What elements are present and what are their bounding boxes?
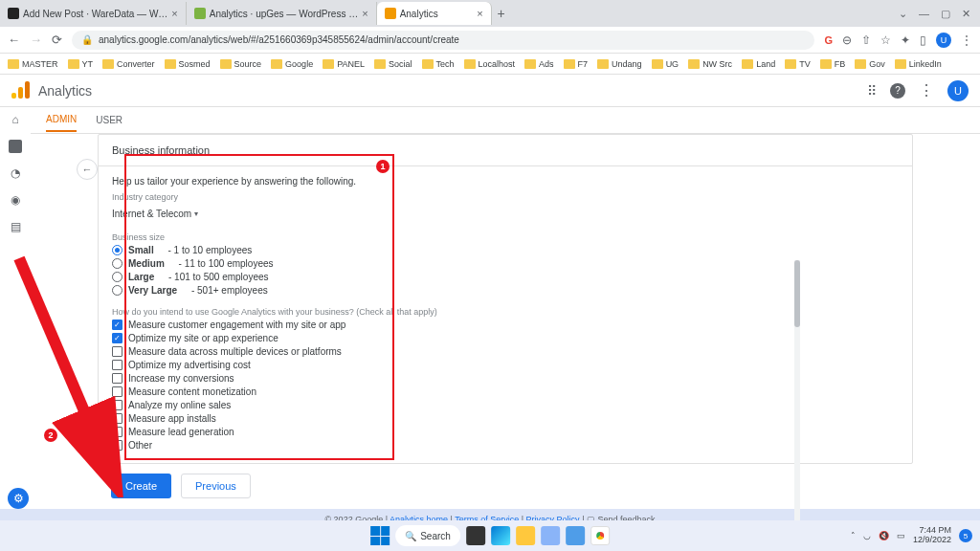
menu-icon[interactable]: ⋮ — [961, 33, 972, 47]
edge-icon[interactable] — [491, 526, 510, 545]
checkbox-icon[interactable] — [112, 427, 122, 437]
checkbox-icon[interactable] — [112, 320, 122, 330]
back-button[interactable]: ← — [77, 159, 98, 180]
bookmark-item[interactable]: Undang — [597, 59, 642, 69]
explore-icon[interactable]: ◔ — [11, 166, 20, 180]
intent-option[interactable]: Measure customer engagement with my site… — [112, 320, 478, 330]
advertising-icon[interactable]: ◉ — [11, 193, 20, 207]
taskbar-app-icon[interactable] — [566, 526, 585, 545]
bookmark-item[interactable]: TV — [785, 59, 811, 69]
bookmark-item[interactable]: Tech — [422, 59, 455, 69]
url-input[interactable]: 🔒 analytics.google.com/analytics/web/#/a… — [72, 31, 814, 50]
help-icon[interactable]: ? — [890, 83, 905, 99]
user-avatar[interactable]: U — [947, 80, 969, 101]
taskbar-app-icon[interactable] — [541, 526, 560, 545]
wifi-icon[interactable]: ◡ — [863, 531, 871, 540]
browser-tab[interactable]: Add New Post · WareData — W…× — [0, 2, 187, 25]
back-button[interactable]: ← — [8, 33, 20, 47]
bookmark-item[interactable]: Gov — [855, 59, 885, 69]
create-button[interactable]: Create — [111, 474, 171, 498]
close-icon[interactable]: × — [171, 8, 177, 19]
reading-list-icon[interactable]: ▯ — [920, 33, 926, 47]
configure-icon[interactable]: ▤ — [11, 220, 21, 233]
bookmark-item[interactable]: UG — [652, 59, 679, 69]
star-icon[interactable]: ☆ — [880, 33, 891, 47]
bookmark-item[interactable]: Localhost — [464, 59, 516, 69]
battery-icon[interactable]: ▭ — [897, 531, 905, 540]
reports-icon[interactable] — [9, 140, 22, 153]
bookmark-item[interactable]: YT — [68, 59, 94, 69]
radio-icon[interactable] — [112, 272, 122, 282]
minimize-icon[interactable]: — — [919, 8, 929, 20]
previous-button[interactable]: Previous — [181, 474, 251, 498]
browser-tab-active[interactable]: Analytics× — [377, 2, 492, 25]
bookmark-item[interactable]: MASTER — [8, 59, 58, 69]
intent-option[interactable]: Other — [112, 440, 478, 451]
chevron-down-icon[interactable]: ⌄ — [899, 8, 907, 20]
apps-icon[interactable]: ⠿ — [867, 83, 877, 99]
close-icon[interactable]: × — [362, 8, 368, 19]
checkbox-icon[interactable] — [112, 360, 122, 370]
close-icon[interactable]: × — [477, 8, 482, 19]
taskbar-app-icon[interactable] — [466, 526, 485, 545]
size-option[interactable]: Medium - 11 to 100 employees — [112, 258, 478, 269]
intent-option[interactable]: Measure lead generation — [112, 427, 478, 437]
checkbox-icon[interactable] — [112, 333, 122, 343]
chrome-icon[interactable] — [590, 526, 610, 545]
reload-button[interactable]: ⟳ — [52, 33, 62, 47]
menu-icon[interactable]: ⋮ — [919, 81, 934, 99]
intent-option[interactable]: Optimize my site or app experience — [112, 333, 478, 343]
size-option[interactable]: Very Large - 501+ employees — [112, 285, 478, 296]
bookmark-item[interactable]: PANEL — [323, 59, 365, 69]
bookmark-item[interactable]: NW Src — [688, 59, 732, 69]
scrollbar[interactable] — [794, 260, 800, 528]
volume-icon[interactable]: 🔇 — [879, 531, 889, 540]
new-tab-button[interactable]: + — [492, 6, 511, 21]
tab-user[interactable]: USER — [96, 109, 122, 131]
close-window-icon[interactable]: ✕ — [962, 8, 970, 20]
intent-option[interactable]: Optimize my advertising cost — [112, 360, 478, 370]
notification-badge[interactable]: 5 — [959, 529, 972, 542]
radio-icon[interactable] — [112, 245, 122, 255]
taskbar-search[interactable]: 🔍Search — [395, 525, 460, 546]
forward-button[interactable]: → — [30, 33, 42, 47]
bookmark-item[interactable]: Social — [374, 59, 412, 69]
intent-option[interactable]: Measure content monetization — [112, 386, 478, 397]
bookmark-item[interactable]: Google — [271, 59, 313, 69]
bookmark-item[interactable]: FB — [820, 59, 846, 69]
bookmark-item[interactable]: F7 — [564, 59, 589, 69]
intent-option[interactable]: Measure data across multiple devices or … — [112, 346, 478, 357]
intent-option[interactable]: Measure app installs — [112, 413, 478, 424]
size-option[interactable]: Small - 1 to 10 employees — [112, 245, 478, 255]
radio-icon[interactable] — [112, 258, 122, 269]
google-icon[interactable]: G — [824, 34, 833, 46]
bookmark-item[interactable]: Ads — [524, 59, 554, 69]
tab-admin[interactable]: ADMIN — [46, 108, 77, 132]
bookmark-item[interactable]: Source — [220, 59, 262, 69]
bookmark-item[interactable]: Sosmed — [165, 59, 211, 69]
browser-tab[interactable]: Analytics · upGes — WordPress …× — [187, 2, 377, 25]
bookmark-item[interactable]: Land — [742, 59, 775, 69]
size-option[interactable]: Large - 101 to 500 employees — [112, 272, 478, 282]
intent-option[interactable]: Analyze my online sales — [112, 400, 478, 410]
bookmark-item[interactable]: LinkedIn — [895, 59, 942, 69]
checkbox-icon[interactable] — [112, 413, 122, 424]
explorer-icon[interactable] — [516, 526, 535, 545]
radio-icon[interactable] — [112, 285, 122, 296]
industry-dropdown[interactable]: Internet & Telecom — [112, 207, 198, 221]
checkbox-icon[interactable] — [112, 386, 122, 397]
zoom-icon[interactable]: ⊖ — [842, 33, 852, 47]
bookmark-item[interactable]: Converter — [102, 59, 155, 69]
intent-option[interactable]: Increase my conversions — [112, 373, 478, 384]
checkbox-icon[interactable] — [112, 400, 122, 410]
checkbox-icon[interactable] — [112, 440, 122, 451]
maximize-icon[interactable]: ▢ — [941, 8, 950, 20]
taskbar-clock[interactable]: 7:44 PM12/9/2022 — [913, 526, 951, 545]
share-icon[interactable]: ⇧ — [861, 33, 871, 47]
checkbox-icon[interactable] — [112, 373, 122, 384]
extensions-icon[interactable]: ✦ — [901, 33, 910, 47]
settings-fab[interactable]: ⚙ — [8, 488, 29, 509]
checkbox-icon[interactable] — [112, 346, 122, 357]
start-button[interactable] — [370, 526, 390, 545]
home-icon[interactable]: ⌂ — [11, 113, 18, 126]
